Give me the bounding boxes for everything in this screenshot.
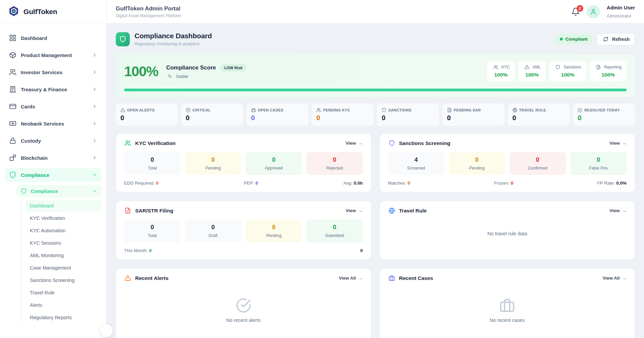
score-breakdown-card: AML 100% <box>518 61 546 82</box>
compliance-score-info: Compliance Score LOW Risk Stable <box>166 64 247 79</box>
sidebar-item[interactable]: Treasury & Finance <box>5 82 102 96</box>
refresh-button[interactable]: Refresh <box>597 33 635 45</box>
footer-metric: Matches:0 <box>388 181 410 186</box>
stat-card: TRAVEL RULE 0 <box>508 104 570 126</box>
submenu-item[interactable]: KYC Verification <box>25 212 102 224</box>
notifications-button[interactable]: 2 <box>571 7 580 16</box>
cases-view-all-link[interactable]: View All→ <box>602 276 627 281</box>
chevron-down-icon <box>92 172 97 178</box>
submenu-item[interactable]: KYC Automation <box>25 225 102 236</box>
submenu-item[interactable]: Sanctions Screening <box>25 275 102 286</box>
stat-card: OPEN CASES 0 <box>247 104 309 126</box>
app-subtitle: Digital Asset Management Platform <box>116 13 181 18</box>
recent-cases-card: Recent Cases View All→ No recent cases <box>380 268 635 338</box>
submenu-item[interactable]: KYC Sessions <box>25 237 102 249</box>
submenu-item[interactable]: AML Monitoring <box>25 250 102 261</box>
submenu-item[interactable]: Travel Rule <box>25 287 102 298</box>
globe-icon <box>513 108 517 112</box>
submenu-item[interactable]: Dashboard <box>25 200 102 211</box>
bank-icon <box>9 86 16 93</box>
travel-empty-state: No travel rule data <box>388 214 627 253</box>
cases-empty-state: No recent cases <box>388 281 627 338</box>
sidebar-item[interactable]: Product Management <box>5 48 102 62</box>
shield-icon <box>388 140 395 146</box>
stat-tile: 0 Approved <box>246 152 302 175</box>
sar-view-link[interactable]: View→ <box>345 208 363 213</box>
globe-icon <box>388 207 395 214</box>
compliance-score-value: 100% <box>124 63 158 80</box>
sidebar-item[interactable]: Investor Services <box>5 65 102 79</box>
users-icon <box>316 108 321 112</box>
chevron-right-icon <box>92 104 97 109</box>
submenu-item[interactable]: Case Management <box>25 262 102 274</box>
chevron-right-icon <box>92 121 97 126</box>
submenu-item-label: KYC Automation <box>30 228 65 233</box>
submenu-item-label: KYC Sessions <box>30 240 61 246</box>
warning-icon <box>120 108 125 112</box>
sidebar: GulfToken Dashboard Product Management <box>0 0 107 338</box>
sidebar-item[interactable]: Custody <box>5 134 102 148</box>
score-breakdown-card: KYC 100% <box>487 61 515 82</box>
shield-icon <box>382 108 386 112</box>
stat-tile: 0 Pending <box>246 220 302 242</box>
recent-alerts-card: Recent Alerts View All→ No recent alerts <box>116 268 371 338</box>
sidebar-item[interactable]: Neobank Services <box>5 116 102 131</box>
chevron-right-icon <box>92 69 97 75</box>
footer-metric: This Month:0 <box>124 248 152 253</box>
brand-logo-row[interactable]: GulfToken <box>0 0 106 23</box>
users-icon <box>492 65 499 69</box>
status-badge: Compliant <box>555 34 593 44</box>
page-subtitle: Regulatory monitoring & analytics <box>135 41 212 46</box>
travel-view-link[interactable]: View→ <box>609 208 627 213</box>
shield-icon <box>119 36 126 43</box>
submenu-item-label: AML Monitoring <box>30 253 64 258</box>
sanctions-screening-card: Sanctions Screening View→ 4 Screened <box>380 133 635 192</box>
sidebar-item[interactable]: Dashboard <box>5 31 102 45</box>
compliance-score-banner: 100% Compliance Score LOW Risk Stable <box>116 54 635 98</box>
status-dot-icon <box>560 38 563 41</box>
stat-tile: 0 Confirmed <box>509 152 566 175</box>
user-role: Administrator <box>607 14 635 18</box>
travel-rule-card: Travel Rule View→ No travel rule data <box>380 201 635 260</box>
credit-card-icon <box>9 103 16 110</box>
wallet-icon <box>9 120 16 127</box>
page-header: Compliance Dashboard Regulatory monitori… <box>116 32 635 46</box>
refresh-icon <box>602 37 609 42</box>
blocks-icon <box>9 154 16 161</box>
file-icon <box>595 65 602 69</box>
stat-tile: 0 Pending <box>185 152 241 175</box>
compliance-progress-bar <box>124 89 627 91</box>
submenu-item[interactable]: Alerts <box>25 299 102 311</box>
submenu-item-label: Travel Rule <box>30 290 55 295</box>
score-breakdown: KYC 100% AML 100% <box>487 61 627 82</box>
sidebar-item-label: Blockchain <box>21 155 48 161</box>
file-icon <box>447 108 452 112</box>
submenu-item[interactable]: Regulatory Reports <box>25 312 102 323</box>
stat-card: PENDING KYC 0 <box>312 104 374 126</box>
submenu-item-label: Sanctions Screening <box>30 278 74 283</box>
stat-tile: 0 False Pos <box>570 152 627 175</box>
sidebar-item[interactable]: Cards <box>5 99 102 113</box>
stat-tile: 0 Rejected <box>306 152 363 175</box>
notification-badge: 2 <box>577 5 583 12</box>
sidebar-item-label: Cards <box>21 104 35 109</box>
user-block: Admin User Administrator <box>607 5 635 18</box>
alerts-view-all-link[interactable]: View All→ <box>339 276 363 281</box>
sidebar-item[interactable]: Compliance <box>5 168 102 182</box>
avatar[interactable] <box>587 5 600 18</box>
sidebar-item-label: Product Management <box>21 52 72 58</box>
card-title: Sanctions Screening <box>399 140 450 146</box>
shield-icon <box>20 188 27 194</box>
activity-icon <box>166 74 173 79</box>
sidebar-item[interactable]: Blockchain <box>5 151 102 165</box>
stat-card: RESOLVED TODAY 0 <box>573 104 635 126</box>
sanctions-view-link[interactable]: View→ <box>609 141 627 146</box>
stat-tile: 4 Screened <box>388 152 444 175</box>
kyc-view-link[interactable]: View→ <box>345 141 363 146</box>
submenu-item-label: Case Management <box>30 265 71 271</box>
sidebar-item-label: Neobank Services <box>21 121 64 127</box>
main-area: GulfToken Admin Portal Digital Asset Man… <box>107 0 644 338</box>
footer-metric: EDD Required:0 <box>124 181 158 186</box>
sidebar-submenu-compliance[interactable]: Compliance <box>16 185 102 197</box>
sidebar-scroll-handle[interactable] <box>100 324 113 337</box>
